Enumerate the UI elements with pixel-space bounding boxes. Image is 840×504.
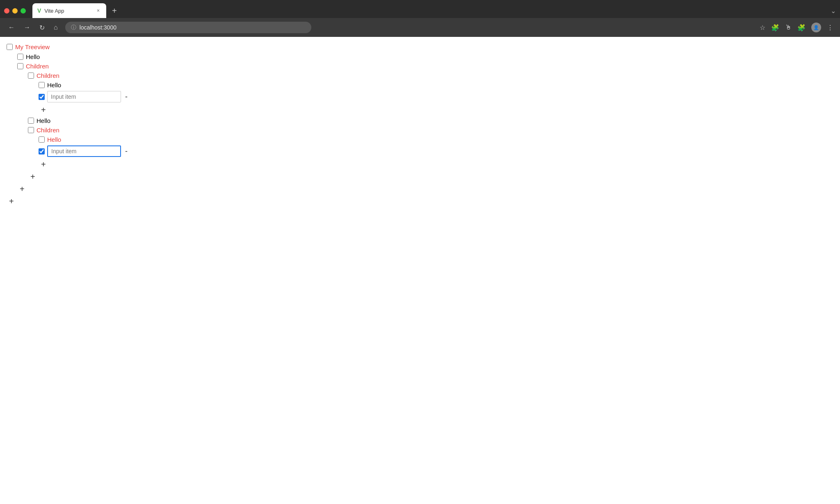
children3-label: Children [37,127,59,134]
hello2-checkbox[interactable] [39,82,45,88]
forward-button[interactable]: → [22,22,32,33]
input2-field[interactable] [47,145,121,157]
tab-close-button[interactable]: × [95,7,101,14]
toolbar-right: ☆ 🧩 🖱 🧩 👤 ⋮ [760,23,833,32]
add-item-button[interactable]: + [39,105,48,115]
children2-checkbox[interactable] [28,73,34,79]
remove-item2-button[interactable]: - [123,148,129,155]
remove-item-button[interactable]: - [123,93,129,100]
root-checkbox[interactable] [7,44,13,50]
page-content: My Treeview Hello Children Children [0,37,840,212]
info-icon: ⓘ [71,24,76,31]
input1-field[interactable] [47,91,121,102]
add-item2-button[interactable]: + [39,159,48,169]
root-label: My Treeview [15,43,50,50]
add-children2-button[interactable]: + [28,172,38,182]
minimize-window-button[interactable] [12,8,18,14]
profile-icon[interactable]: 🧩 [771,24,779,32]
hello2-label: Hello [47,82,61,89]
url-text: localhost:3000 [80,24,116,31]
children3-subtree: Hello - + [28,135,833,170]
hello4-checkbox[interactable] [39,136,45,143]
cursor-icon[interactable]: 🖱 [785,24,792,31]
tab-dropdown-icon[interactable]: ⌄ [831,7,836,15]
user-avatar[interactable]: 👤 [811,23,821,32]
children1-checkbox[interactable] [17,63,23,69]
address-bar: ← → ↻ ⌂ ⓘ localhost:3000 ☆ 🧩 🖱 🧩 👤 ⋮ [0,18,840,37]
new-tab-button[interactable]: + [109,7,120,15]
close-window-button[interactable] [4,8,9,14]
vite-icon: V [37,7,41,14]
add-children1-row: + [17,183,833,195]
list-item: Children [28,125,833,135]
hello3-checkbox[interactable] [28,118,34,124]
children3-checkbox[interactable] [28,127,34,133]
active-tab[interactable]: V Vite App × [32,3,106,18]
add-item-row: + [39,104,833,116]
menu-icon[interactable]: ⋮ [827,24,833,32]
tree-root: My Treeview [7,42,833,52]
hello3-label: Hello [37,117,50,124]
tab-bar: V Vite App × + ⌄ [0,0,840,18]
back-button[interactable]: ← [7,22,16,33]
children1-label: Children [26,63,49,70]
reload-button[interactable]: ↻ [38,22,46,33]
extensions-icon[interactable]: 🧩 [797,24,806,32]
hello1-label: Hello [26,53,40,60]
children2-label: Children [37,72,59,79]
star-icon[interactable]: ☆ [760,24,765,32]
list-item: Hello [39,135,833,144]
hello1-checkbox[interactable] [17,54,23,60]
list-item: - [39,90,833,104]
address-input[interactable]: ⓘ localhost:3000 [65,22,311,33]
list-item: Children [17,61,833,71]
list-item: Hello [17,52,833,61]
list-item: - [39,144,833,158]
children2-subtree: Hello - + [28,80,833,116]
root-children: Hello Children Children Hello [7,52,833,195]
maximize-window-button[interactable] [21,8,26,14]
add-root-button[interactable]: + [7,196,16,206]
add-root-row: + [7,195,833,207]
add-item-row2: + [39,158,833,170]
add-children1-button[interactable]: + [17,184,27,194]
add-children2-row: + [28,170,833,183]
window-controls [4,8,26,14]
list-item: Hello [39,80,833,90]
list-item: Children [28,71,833,80]
tab-title: Vite App [44,8,92,14]
browser-chrome: V Vite App × + ⌄ ← → ↻ ⌂ ⓘ localhost:300… [0,0,840,37]
list-item: Hello [28,116,833,125]
children1-subtree: Children Hello - + [17,71,833,183]
hello4-label: Hello [47,136,61,143]
input2-checkbox[interactable] [39,148,45,154]
home-button[interactable]: ⌂ [52,22,59,33]
input1-checkbox[interactable] [39,94,45,100]
